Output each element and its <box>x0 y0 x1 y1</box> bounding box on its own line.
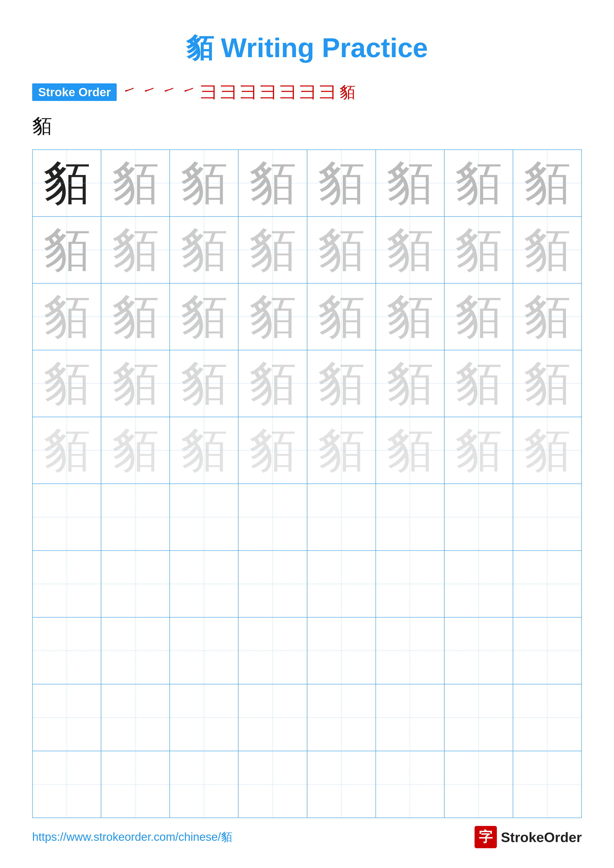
grid-cell[interactable]: 貊 <box>169 417 238 484</box>
grid-cell[interactable] <box>238 617 307 684</box>
stroke-chars: ㇀ ㇀ ㇀ ㇀ ⺕ ⺕ ⺕ ⺕ ⺕ ⺕ ⺕ 貊 <box>121 81 355 103</box>
grid-cell[interactable]: 貊 <box>33 350 101 417</box>
grid-cell[interactable]: 貊 <box>376 350 445 417</box>
stroke-8: ⺕ <box>260 81 276 103</box>
grid-cell[interactable] <box>307 484 376 550</box>
grid-cell[interactable] <box>101 484 169 550</box>
grid-cell[interactable] <box>445 484 513 550</box>
grid-cell[interactable]: 貊 <box>513 417 581 484</box>
grid-cell[interactable] <box>513 484 581 550</box>
table-row <box>33 550 581 617</box>
grid-cell[interactable]: 貊 <box>169 217 238 283</box>
footer-logo: 字 StrokeOrder <box>474 826 582 848</box>
stroke-order-row: Stroke Order ㇀ ㇀ ㇀ ㇀ ⺕ ⺕ ⺕ ⺕ ⺕ ⺕ ⺕ 貊 <box>32 81 582 103</box>
table-row: 貊 貊 貊 貊 貊 貊 貊 貊 <box>33 283 581 350</box>
grid-cell[interactable]: 貊 <box>307 417 376 484</box>
grid-cell[interactable]: 貊 <box>33 217 101 283</box>
grid-cell[interactable]: 貊 <box>238 417 307 484</box>
grid-cell[interactable]: 貊 <box>513 150 581 217</box>
grid-cell[interactable] <box>307 684 376 751</box>
grid-cell[interactable] <box>307 617 376 684</box>
table-row: 貊 貊 貊 貊 貊 貊 貊 貊 <box>33 417 581 484</box>
grid-cell[interactable] <box>33 751 101 818</box>
grid-container: 貊 貊 貊 貊 貊 貊 貊 貊 貊 貊 貊 貊 貊 貊 貊 貊 貊 貊 貊 貊 … <box>0 149 614 818</box>
grid-cell[interactable]: 貊 <box>238 283 307 350</box>
grid-cell[interactable]: 貊 <box>101 283 169 350</box>
grid-cell[interactable] <box>101 751 169 818</box>
stroke-3: ㇀ <box>161 81 177 103</box>
grid-cell[interactable] <box>445 550 513 617</box>
grid-cell[interactable]: 貊 <box>238 217 307 283</box>
grid-cell[interactable]: 貊 <box>307 283 376 350</box>
grid-cell[interactable] <box>376 484 445 550</box>
grid-cell[interactable]: 貊 <box>238 150 307 217</box>
grid-cell[interactable] <box>101 550 169 617</box>
grid-cell[interactable] <box>307 550 376 617</box>
grid-cell[interactable]: 貊 <box>445 417 513 484</box>
stroke-9: ⺕ <box>280 81 296 103</box>
stroke-order-section: Stroke Order ㇀ ㇀ ㇀ ㇀ ⺕ ⺕ ⺕ ⺕ ⺕ ⺕ ⺕ 貊 <box>0 81 614 103</box>
grid-cell[interactable]: 貊 <box>445 283 513 350</box>
grid-cell[interactable]: 貊 <box>513 350 581 417</box>
grid-cell[interactable] <box>169 617 238 684</box>
grid-cell[interactable]: 貊 <box>513 283 581 350</box>
grid-cell[interactable]: 貊 <box>307 350 376 417</box>
grid-cell[interactable] <box>513 617 581 684</box>
grid-cell[interactable]: 貊 <box>169 350 238 417</box>
grid-cell[interactable] <box>238 751 307 818</box>
grid-cell[interactable] <box>445 751 513 818</box>
logo-text: StrokeOrder <box>501 829 582 845</box>
grid-cell[interactable] <box>33 617 101 684</box>
grid-cell[interactable]: 貊 <box>307 150 376 217</box>
grid-cell[interactable] <box>33 684 101 751</box>
grid-cell[interactable] <box>376 751 445 818</box>
stroke-11: ⺕ <box>320 81 336 103</box>
grid-cell[interactable] <box>238 550 307 617</box>
grid-cell[interactable] <box>376 684 445 751</box>
grid-cell[interactable]: 貊 <box>376 417 445 484</box>
grid-cell[interactable]: 貊 <box>33 283 101 350</box>
grid-cell[interactable] <box>33 484 101 550</box>
grid-cell[interactable]: 貊 <box>33 150 101 217</box>
grid-cell[interactable] <box>238 684 307 751</box>
stroke-2: ㇀ <box>141 81 157 103</box>
grid-cell[interactable] <box>101 684 169 751</box>
grid-cell[interactable]: 貊 <box>169 283 238 350</box>
grid-cell[interactable] <box>513 751 581 818</box>
grid-cell[interactable]: 貊 <box>101 350 169 417</box>
grid-cell[interactable]: 貊 <box>445 350 513 417</box>
grid-cell[interactable]: 貊 <box>445 150 513 217</box>
grid-cell[interactable]: 貊 <box>169 150 238 217</box>
grid-cell[interactable] <box>376 550 445 617</box>
grid-cell[interactable]: 貊 <box>307 217 376 283</box>
table-row <box>33 684 581 751</box>
table-row: 貊 貊 貊 貊 貊 貊 貊 貊 <box>33 217 581 283</box>
stroke-4: ㇀ <box>181 81 197 103</box>
stroke-12: 貊 <box>340 81 355 103</box>
grid-cell[interactable] <box>169 484 238 550</box>
grid-cell[interactable] <box>307 751 376 818</box>
grid-cell[interactable]: 貊 <box>33 417 101 484</box>
grid-cell[interactable] <box>376 617 445 684</box>
grid-cell[interactable] <box>513 550 581 617</box>
grid-cell[interactable] <box>33 550 101 617</box>
grid-cell[interactable] <box>169 751 238 818</box>
grid-cell[interactable] <box>445 684 513 751</box>
table-row: 貊 貊 貊 貊 貊 貊 貊 貊 <box>33 150 581 217</box>
grid-cell[interactable] <box>445 617 513 684</box>
grid-cell[interactable]: 貊 <box>513 217 581 283</box>
grid-cell[interactable]: 貊 <box>238 350 307 417</box>
grid-cell[interactable]: 貊 <box>101 417 169 484</box>
grid-cell[interactable] <box>513 684 581 751</box>
grid-cell[interactable] <box>169 684 238 751</box>
grid-cell[interactable]: 貊 <box>376 283 445 350</box>
grid-cell[interactable]: 貊 <box>101 150 169 217</box>
grid-cell[interactable] <box>238 484 307 550</box>
grid-cell[interactable]: 貊 <box>445 217 513 283</box>
grid-cell[interactable]: 貊 <box>376 150 445 217</box>
grid-cell[interactable] <box>169 550 238 617</box>
grid-cell[interactable] <box>101 617 169 684</box>
table-row <box>33 484 581 550</box>
grid-cell[interactable]: 貊 <box>101 217 169 283</box>
grid-cell[interactable]: 貊 <box>376 217 445 283</box>
